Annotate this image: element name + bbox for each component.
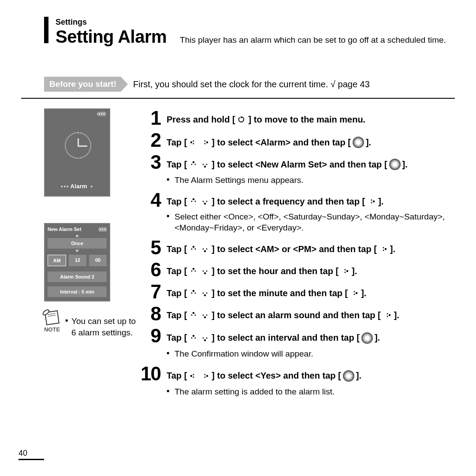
svg-point-18 (373, 201, 375, 202)
step-7: 7 Tap [ ] to set the minute and then tap… (137, 282, 455, 301)
alarm-sound-value: Alarm Sound 2 (48, 271, 107, 282)
note-text: You can set up to 6 alarm settings. (65, 316, 137, 338)
step-6: 6 Tap [ ] to set the hour and then tap [… (137, 260, 455, 279)
svg-point-39 (193, 290, 194, 292)
svg-point-33 (204, 272, 206, 274)
down-icon (200, 245, 210, 253)
svg-point-26 (206, 249, 208, 250)
note-label: NOTE (44, 326, 60, 333)
clock-icon (65, 132, 91, 159)
svg-point-4 (205, 141, 206, 142)
svg-point-55 (387, 313, 388, 315)
svg-point-2 (193, 143, 194, 145)
up-icon (189, 160, 198, 169)
svg-point-60 (204, 339, 206, 341)
down-icon (200, 160, 210, 169)
down-icon (200, 334, 210, 342)
svg-point-23 (195, 249, 196, 250)
svg-point-7 (191, 164, 193, 165)
svg-point-45 (356, 292, 357, 294)
right-icon (350, 289, 359, 298)
battery-icon (99, 227, 107, 231)
svg-point-25 (203, 249, 204, 250)
left-icon (189, 138, 198, 147)
svg-point-52 (203, 315, 204, 316)
before-you-start: Before you start! First, you should set … (21, 77, 455, 99)
ampm-value: AM (48, 255, 66, 266)
svg-point-46 (354, 291, 355, 293)
steps: 1 Press and hold [ ] to move to the main… (137, 108, 455, 402)
right-icon (200, 138, 210, 147)
svg-point-12 (193, 198, 194, 200)
svg-point-63 (190, 375, 192, 376)
svg-point-5 (205, 143, 206, 145)
svg-point-56 (387, 316, 388, 317)
battery-icon (98, 112, 106, 116)
right-icon (200, 372, 210, 380)
ok-icon (361, 332, 373, 344)
new-alarm-title: New Alarm Set (48, 227, 82, 232)
hour-value: 12 (69, 255, 86, 266)
svg-point-14 (195, 201, 196, 202)
svg-point-16 (203, 201, 204, 202)
time-row: AM 12 00 (48, 255, 107, 266)
before-text: First, you should set the clock for the … (133, 79, 370, 89)
svg-point-50 (195, 315, 196, 316)
page-description: This player has an alarm which can be se… (180, 35, 446, 45)
svg-point-30 (193, 268, 194, 270)
minute-value: 00 (89, 255, 107, 266)
svg-point-62 (206, 338, 208, 339)
right-icon (340, 267, 350, 275)
svg-point-1 (193, 141, 194, 142)
svg-point-21 (193, 246, 194, 248)
svg-point-59 (195, 338, 196, 339)
up-icon (189, 197, 198, 206)
up-icon (189, 245, 198, 253)
step-9: 9 Tap [ ] to select an interval and then… (137, 326, 455, 360)
down-icon (200, 289, 210, 298)
svg-point-17 (206, 201, 208, 202)
svg-point-0 (190, 141, 192, 143)
svg-point-22 (191, 249, 193, 250)
up-icon (189, 289, 198, 298)
frequency-value: Once (48, 238, 107, 249)
svg-point-53 (206, 315, 208, 316)
svg-point-9 (204, 166, 206, 167)
down-icon (200, 197, 210, 206)
svg-point-41 (195, 293, 196, 294)
svg-point-11 (206, 164, 208, 165)
right-icon (383, 311, 392, 320)
ok-icon (343, 370, 354, 382)
svg-point-36 (346, 270, 348, 272)
svg-point-68 (205, 376, 206, 378)
svg-point-48 (193, 312, 194, 314)
svg-point-32 (195, 271, 196, 272)
up-icon (189, 334, 198, 342)
svg-point-40 (191, 293, 193, 294)
left-icon (189, 372, 198, 380)
svg-point-28 (383, 247, 384, 249)
svg-point-66 (206, 375, 208, 376)
back-icon (237, 115, 247, 124)
page-header: Settings Setting Alarm This player has a… (21, 17, 455, 47)
interval-value: Interval : 5 min (48, 286, 107, 297)
screenshot-alarm-menu: •••Alarm • (44, 108, 110, 197)
svg-point-61 (203, 338, 204, 339)
up-icon (189, 267, 198, 275)
svg-point-37 (345, 269, 346, 271)
note: NOTE You can set up to 6 alarm settings. (44, 311, 137, 338)
right-icon (379, 245, 388, 253)
step-5: 5 Tap [ ] to select <AM> or <PM> and the… (137, 238, 455, 257)
step-10-sub: The alarm setting is added to the alarm … (167, 386, 455, 398)
svg-point-20 (371, 202, 372, 204)
svg-point-31 (191, 271, 193, 272)
svg-point-44 (206, 293, 208, 294)
svg-point-15 (204, 203, 206, 205)
header-rule (44, 17, 48, 43)
svg-point-57 (193, 335, 194, 337)
svg-point-47 (354, 294, 355, 295)
svg-point-24 (204, 250, 206, 252)
step-1: 1 Press and hold [ ] to move to the main… (137, 108, 455, 128)
screenshot-new-alarm: New Alarm Set Once AM 12 00 Alarm Sound … (44, 223, 110, 301)
svg-point-29 (383, 250, 384, 251)
